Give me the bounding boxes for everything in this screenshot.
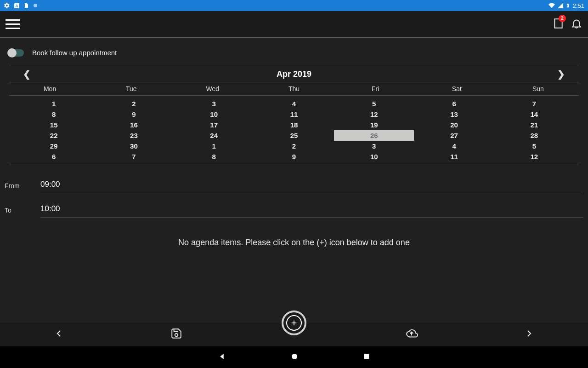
- calendar-date-cell[interactable]: 1: [174, 141, 254, 151]
- calendar-date-cell[interactable]: 8: [174, 151, 254, 162]
- calendar-day-header: Thu: [253, 82, 334, 95]
- calendar-date-cell[interactable]: 22: [14, 130, 94, 141]
- calendar-date-cell[interactable]: 28: [494, 130, 574, 141]
- calendar-date-cell[interactable]: 5: [334, 98, 414, 109]
- calendar-row: 6789101112: [14, 151, 574, 162]
- calendar-date-cell[interactable]: 20: [414, 120, 494, 130]
- wifi-icon: [548, 2, 555, 9]
- calendar-date-cell[interactable]: 10: [174, 109, 254, 120]
- calendar-date-cell[interactable]: 4: [254, 98, 334, 109]
- notification-badge: 2: [559, 15, 566, 22]
- circle-home-icon: [290, 352, 299, 361]
- calendar-date-cell[interactable]: 7: [94, 151, 174, 162]
- calendar-date-cell[interactable]: 25: [254, 130, 334, 141]
- calendar-date-cell[interactable]: 23: [94, 130, 174, 141]
- calendar-date-cell[interactable]: 3: [334, 141, 414, 151]
- android-home-button[interactable]: [290, 352, 299, 362]
- calendar-date-cell[interactable]: 11: [254, 109, 334, 120]
- calendar-date-cell[interactable]: 17: [174, 120, 254, 130]
- settings-gear-icon: [4, 2, 10, 9]
- calendar-date-cell[interactable]: 8: [14, 109, 94, 120]
- calendar-date-cell[interactable]: 4: [414, 141, 494, 151]
- status-right: 2:51: [548, 2, 584, 9]
- svg-text:A: A: [15, 3, 18, 8]
- calendar-date-cell[interactable]: 1: [14, 98, 94, 109]
- main-content: Book follow up appointment ❮ Apr 2019 ❯ …: [0, 38, 588, 322]
- calendar-day-header: Sat: [416, 82, 498, 95]
- calendar-day-header: Sun: [498, 82, 579, 95]
- calendar-date-cell[interactable]: 19: [334, 120, 414, 130]
- menu-hamburger-icon[interactable]: [6, 19, 20, 29]
- svg-point-2: [34, 4, 37, 7]
- from-label: From: [5, 182, 40, 190]
- time-section: From 09:00 To 10:00: [5, 173, 583, 222]
- calendar-date-cell[interactable]: 3: [174, 98, 254, 109]
- calendar-date-cell[interactable]: 18: [254, 120, 334, 130]
- followup-toggle-row: Book follow up appointment: [5, 45, 583, 66]
- calendar-date-cell[interactable]: 29: [14, 141, 94, 151]
- calendar-day-header: Fri: [335, 82, 416, 95]
- calendar-date-cell[interactable]: 9: [254, 151, 334, 162]
- app-titlebar: 2: [0, 11, 588, 38]
- calendar-date-cell[interactable]: 30: [94, 141, 174, 151]
- android-recent-button[interactable]: [363, 353, 370, 362]
- cloud-upload-icon: [405, 328, 418, 339]
- calendar-row: 891011121314: [14, 109, 574, 120]
- calendar-row: 15161718192021: [14, 120, 574, 130]
- calendar-date-cell[interactable]: 10: [334, 151, 414, 162]
- calendar-date-cell[interactable]: 26: [334, 130, 414, 141]
- note-button[interactable]: 2: [552, 17, 564, 31]
- calendar-row: 1234567: [14, 98, 574, 109]
- calendar-date-cell[interactable]: 21: [494, 120, 574, 130]
- toolbar-upload-button[interactable]: [405, 328, 418, 341]
- chevron-right-icon: [524, 328, 535, 339]
- cell-signal-icon: [557, 2, 564, 9]
- svg-rect-5: [364, 354, 369, 359]
- toolbar-back-button[interactable]: [53, 328, 64, 341]
- followup-switch[interactable]: [8, 49, 24, 57]
- calendar-date-cell[interactable]: 12: [494, 151, 574, 162]
- bell-button[interactable]: [571, 17, 582, 31]
- android-back-button[interactable]: [218, 352, 226, 362]
- chevron-left-icon: [53, 328, 64, 339]
- letter-a-icon: A: [14, 3, 20, 9]
- calendar-day-headers: MonTueWedThuFriSatSun: [9, 82, 579, 96]
- toolbar-forward-button[interactable]: [524, 328, 535, 341]
- from-time-input[interactable]: 09:00: [40, 178, 583, 193]
- svg-point-4: [292, 354, 297, 359]
- bell-icon: [571, 17, 582, 29]
- calendar-date-cell[interactable]: 16: [94, 120, 174, 130]
- calendar-date-cell[interactable]: 9: [94, 109, 174, 120]
- toolbar-save-button[interactable]: [170, 328, 182, 341]
- calendar-next-button[interactable]: ❯: [557, 69, 565, 80]
- calendar-date-cell[interactable]: 27: [414, 130, 494, 141]
- android-status-bar: A 2:51: [0, 0, 588, 11]
- calendar-prev-button[interactable]: ❮: [23, 69, 31, 80]
- square-recent-icon: [363, 353, 370, 360]
- calendar-date-cell[interactable]: 5: [494, 141, 574, 151]
- calendar-row: 293012345: [14, 141, 574, 151]
- calendar-date-cell[interactable]: 15: [14, 120, 94, 130]
- triangle-back-icon: [218, 352, 226, 361]
- to-time-input[interactable]: 10:00: [40, 202, 583, 218]
- calendar-nav: ❮ Apr 2019 ❯: [9, 66, 579, 82]
- calendar-date-cell[interactable]: 11: [414, 151, 494, 162]
- calendar-date-cell[interactable]: 7: [494, 98, 574, 109]
- calendar-date-cell[interactable]: 6: [414, 98, 494, 109]
- status-time: 2:51: [573, 2, 584, 9]
- floppy-save-icon: [170, 328, 182, 339]
- add-fab-button[interactable]: [282, 310, 306, 335]
- calendar-date-cell[interactable]: 6: [14, 151, 94, 162]
- calendar-date-cell[interactable]: 2: [254, 141, 334, 151]
- circle-icon: [33, 3, 38, 8]
- calendar-day-header: Wed: [172, 82, 253, 95]
- calendar-date-cell[interactable]: 2: [94, 98, 174, 109]
- calendar-date-cell[interactable]: 14: [494, 109, 574, 120]
- calendar-date-cell[interactable]: 24: [174, 130, 254, 141]
- calendar-grid: 1234567891011121314151617181920212223242…: [9, 98, 579, 162]
- document-icon: [23, 2, 29, 9]
- android-nav-bar: [0, 346, 588, 368]
- battery-icon: [565, 2, 570, 9]
- calendar-date-cell[interactable]: 13: [414, 109, 494, 120]
- calendar-date-cell[interactable]: 12: [334, 109, 414, 120]
